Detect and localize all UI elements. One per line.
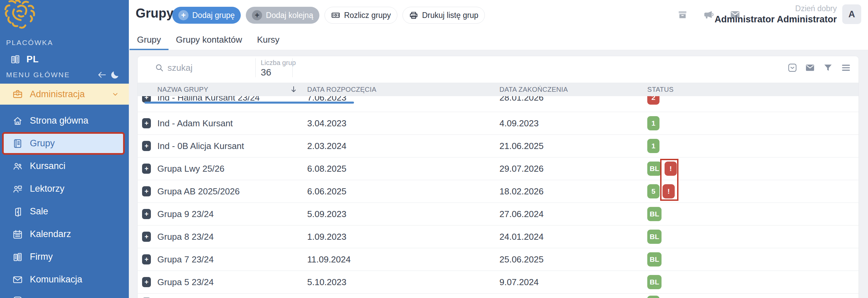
sort-desc-icon[interactable] xyxy=(289,85,298,94)
end-date: 9.07.2024 xyxy=(499,277,539,288)
status-badge: BL xyxy=(647,230,662,244)
placowka-section-label: PLACÓWKA xyxy=(6,39,53,47)
table-toolbar: Liczba grup 36 xyxy=(138,56,859,79)
sidebar-item-kursanci[interactable]: Kursanci xyxy=(2,155,125,177)
tab-grupy[interactable]: Grupy xyxy=(130,30,169,50)
sidebar-item-label: Firmy xyxy=(30,252,53,262)
collapse-sidebar-icon[interactable] xyxy=(97,70,107,80)
sidebar-item-strona-glowna[interactable]: Strona główna xyxy=(2,109,125,132)
sidebar-item-administracja[interactable]: Administracja xyxy=(0,84,129,105)
banknote-icon xyxy=(331,10,340,20)
table-row[interactable]: Grupa 8 23/241.09.202324.01.2024BL xyxy=(138,226,859,248)
table-row[interactable]: Grupa 5 23/245.10.20239.07.2024BL xyxy=(138,271,859,294)
tab-kursy[interactable]: Kursy xyxy=(250,30,287,50)
status-badges: BL xyxy=(647,230,662,244)
sidebar-item-facility[interactable]: PL xyxy=(0,51,129,68)
megaphone-icon[interactable] xyxy=(703,9,714,20)
sidebar-item-label: Grupy xyxy=(30,138,55,149)
status-badge: 5 xyxy=(647,184,659,198)
menu-section-header: MENU GŁÓWNE xyxy=(0,69,129,81)
expand-row-button[interactable] xyxy=(142,277,151,287)
list-icon[interactable] xyxy=(841,62,851,73)
tab-bar: GrupyGrupy kontaktówKursy xyxy=(129,30,868,50)
status-badge xyxy=(647,296,659,298)
table-row[interactable]: Ind - Adam Kursant3.04.20234.09.20231 xyxy=(138,112,859,135)
sidebar: PLACÓWKA PL MENU GŁÓWNE AdministracjaStr… xyxy=(0,0,129,298)
table-row[interactable] xyxy=(138,294,859,298)
table-row[interactable]: Grupa AB 2025/20266.06.202518.02.20265! xyxy=(138,180,859,203)
group-name: Grupa 5 23/24 xyxy=(157,277,214,288)
expand-row-button[interactable] xyxy=(142,209,151,219)
expand-row-button[interactable] xyxy=(142,164,151,174)
group-count-label: Liczba grup xyxy=(261,59,296,67)
end-date: 21.06.2025 xyxy=(499,141,544,151)
expand-row-button[interactable] xyxy=(142,254,151,264)
expand-row-button[interactable] xyxy=(142,186,151,196)
status-badge: ! xyxy=(665,162,677,176)
print-group-list-button[interactable]: Drukuj listę grup xyxy=(402,7,485,24)
add-group-button[interactable]: Dodaj grupę xyxy=(172,7,241,24)
end-date: 27.06.2024 xyxy=(499,209,544,219)
sidebar-item-label: Kursanci xyxy=(30,161,65,171)
row-highlight-bar xyxy=(144,102,354,104)
envelope-filled-icon[interactable] xyxy=(805,62,815,73)
end-date: 29.07.2026 xyxy=(499,164,544,174)
door-icon xyxy=(12,206,23,217)
status-badges xyxy=(647,296,659,298)
book-icon xyxy=(12,138,23,149)
table-row[interactable]: Grupa 7 23/2411.09.202425.06.2025BL xyxy=(138,248,859,271)
sidebar-item-firmy[interactable]: Firmy xyxy=(2,246,125,268)
search-input[interactable] xyxy=(167,61,249,74)
sidebar-item-lektorzy[interactable]: Lektorzy xyxy=(2,177,125,200)
menu-section-label: MENU GŁÓWNE xyxy=(6,71,70,79)
add-next-button[interactable]: Dodaj kolejną xyxy=(246,7,319,24)
sidebar-item-komunikacja[interactable]: Komunikacja xyxy=(2,268,125,291)
envelope-icon xyxy=(12,274,23,285)
sidebar-item-label: Lektorzy xyxy=(30,184,64,194)
start-date: 5.10.2023 xyxy=(307,277,347,288)
expand-row-button[interactable] xyxy=(142,232,151,242)
settle-groups-button[interactable]: Rozlicz grupy xyxy=(324,7,397,24)
start-date: 3.04.2023 xyxy=(307,118,347,129)
column-header-status: STATUS xyxy=(647,83,674,96)
avatar[interactable]: A xyxy=(842,4,861,24)
status-badges: BL xyxy=(647,207,662,221)
dark-mode-moon-icon[interactable] xyxy=(110,70,120,80)
sidebar-item-label: Sale xyxy=(30,206,48,217)
sidebar-item-kalendarz[interactable]: Kalendarz xyxy=(2,223,125,246)
status-badge: ! xyxy=(663,184,675,198)
group-name: Grupa 7 23/24 xyxy=(157,254,214,265)
end-date: 25.06.2025 xyxy=(499,254,544,265)
start-date: 2.03.2024 xyxy=(307,141,347,151)
plus-circle-icon xyxy=(178,10,189,20)
users-icon xyxy=(12,161,23,172)
page-title: Grupy xyxy=(136,6,174,21)
filter-icon[interactable] xyxy=(823,62,833,73)
status-badges: 5! xyxy=(647,184,675,198)
expand-row-button[interactable] xyxy=(142,141,151,151)
calendar-icon xyxy=(12,229,23,240)
table-row[interactable]: Ind - 0B Alicja Kursant2.03.202421.06.20… xyxy=(138,135,859,157)
home-icon xyxy=(12,115,23,126)
facility-label: PL xyxy=(26,54,39,65)
group-name: Grupa Lwy 25/26 xyxy=(157,164,224,174)
menu-item-partial-icon xyxy=(12,295,23,298)
sidebar-item-grupy[interactable]: Grupy xyxy=(2,132,125,155)
status-badge: BL xyxy=(647,275,662,289)
greeting-block: Dzień dobry Administrator Administrator xyxy=(714,4,837,25)
start-date: 6.08.2025 xyxy=(307,164,347,174)
column-header-end-date: DATA ZAKOŃCZENIA xyxy=(499,83,568,96)
tab-grupy-kontaktow[interactable]: Grupy kontaktów xyxy=(169,30,250,50)
table-row[interactable]: Grupa Lwy 25/266.08.202529.07.2026BL! xyxy=(138,157,859,180)
plus-circle-icon xyxy=(252,10,262,20)
table-header: NAZWA GRUPY DATA ROZPOCZĘCIA DATA ZAKOŃC… xyxy=(138,83,859,96)
sidebar-item-label: Administracja xyxy=(30,89,85,100)
start-date: 5.09.2023 xyxy=(307,209,347,219)
table-body: Ind - Halina Kursant 23/247.06.202328.01… xyxy=(138,89,859,298)
mail-open-icon[interactable] xyxy=(787,62,798,73)
content-area: Liczba grup 36 NAZWA GRUPY DATA ROZPOCZĘ… xyxy=(129,50,868,298)
archive-icon[interactable] xyxy=(677,9,688,20)
table-row[interactable]: Grupa 9 23/245.09.202327.06.2024BL xyxy=(138,203,859,226)
expand-row-button[interactable] xyxy=(142,118,151,128)
sidebar-item-sale[interactable]: Sale xyxy=(2,200,125,223)
